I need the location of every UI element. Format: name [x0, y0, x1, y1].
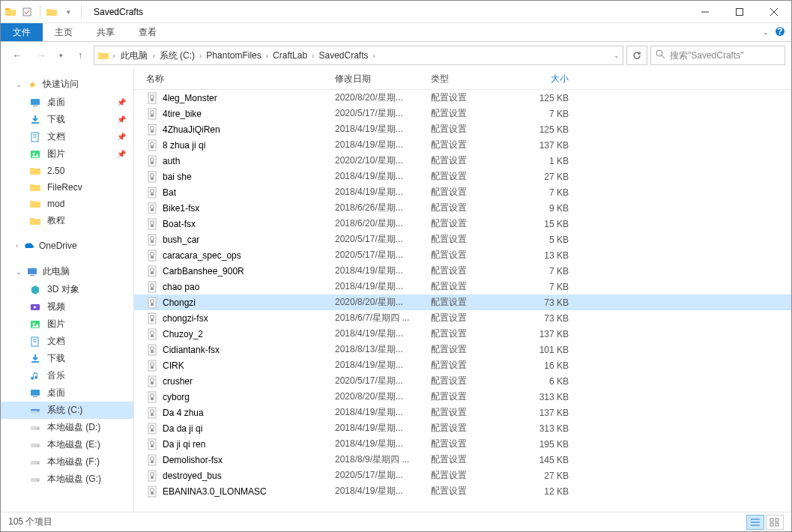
- file-row[interactable]: Chongzi2020/8/20/星期...配置设置73 KB: [134, 294, 791, 310]
- svg-rect-56: [151, 178, 154, 180]
- ribbon-tab-view[interactable]: 查看: [127, 23, 169, 41]
- back-button[interactable]: ←: [7, 46, 28, 65]
- file-row[interactable]: Da da ji qi2018/4/19/星期...配置设置313 KB: [134, 420, 791, 436]
- sidebar-item[interactable]: 下载: [1, 350, 133, 367]
- file-date: 2018/4/19/星期...: [329, 327, 425, 340]
- col-date[interactable]: 修改日期: [329, 73, 425, 85]
- file-row[interactable]: Da 4 zhua2018/4/19/星期...配置设置137 KB: [134, 405, 791, 420]
- svg-point-21: [33, 322, 35, 324]
- file-row[interactable]: bai she2018/4/19/星期...配置设置27 KB: [134, 169, 791, 184]
- file-row[interactable]: bush_car2020/5/17/星期...配置设置5 KB: [134, 232, 791, 247]
- up-button[interactable]: ↑: [70, 46, 91, 65]
- file-row[interactable]: crusher2020/5/17/星期...配置设置6 KB: [134, 373, 791, 389]
- col-size[interactable]: 大小: [507, 73, 575, 85]
- file-name: 4ZhuaJiQiRen: [163, 124, 220, 135]
- close-button[interactable]: [757, 1, 791, 23]
- sidebar-item[interactable]: 教程: [1, 212, 133, 229]
- svg-rect-27: [33, 396, 37, 397]
- breadcrumb-segment[interactable]: 系统 (C:): [157, 48, 198, 64]
- file-list[interactable]: 4leg_Monster2020/8/20/星期...配置设置125 KB4ti…: [134, 90, 791, 512]
- sidebar-item[interactable]: 3D 对象: [1, 281, 133, 298]
- qat-dropdown-icon[interactable]: ▾: [60, 4, 76, 20]
- sidebar-item[interactable]: 桌面: [1, 384, 133, 402]
- ribbon-tab-share[interactable]: 共享: [85, 23, 127, 41]
- maximize-button[interactable]: [722, 1, 757, 23]
- file-size: 125 KB: [507, 93, 575, 103]
- sidebar-item[interactable]: 系统 (C:): [1, 402, 133, 419]
- col-name[interactable]: 名称: [140, 73, 329, 85]
- breadcrumb-segment[interactable]: PhantomFiles: [203, 49, 264, 62]
- file-row[interactable]: 8 zhua ji qi2018/4/19/星期...配置设置137 KB: [134, 137, 791, 153]
- sidebar-item[interactable]: 本地磁盘 (F:): [1, 453, 133, 471]
- col-type[interactable]: 类型: [425, 73, 507, 85]
- file-row[interactable]: chao pao2018/4/19/星期...配置设置7 KB: [134, 279, 791, 294]
- forward-button[interactable]: →: [31, 46, 52, 65]
- file-row[interactable]: Da ji qi ren2018/4/19/星期...配置设置195 KB: [134, 436, 791, 452]
- sidebar-item[interactable]: 文档📌: [1, 128, 133, 145]
- qat-props-icon[interactable]: [19, 4, 35, 20]
- file-row[interactable]: Cidiantank-fsx2018/8/13/星期...配置设置101 KB: [134, 342, 791, 357]
- file-row[interactable]: auth2020/2/10/星期...配置设置1 KB: [134, 153, 791, 169]
- help-icon[interactable]: ?: [775, 26, 785, 39]
- navigation-row: ← → ▾ ↑ › 此电脑›系统 (C:)›PhantomFiles›Craft…: [1, 42, 791, 69]
- address-bar[interactable]: › 此电脑›系统 (C:)›PhantomFiles›CraftLab›Save…: [94, 46, 623, 65]
- svg-rect-9: [31, 99, 40, 105]
- sidebar-item[interactable]: 2.50: [1, 163, 133, 179]
- sidebar-item[interactable]: 桌面📌: [1, 94, 133, 111]
- sidebar-item[interactable]: 本地磁盘 (E:): [1, 436, 133, 453]
- sidebar-item[interactable]: 下载📌: [1, 111, 133, 128]
- file-row[interactable]: Demolishor-fsx2018/8/9/星期四 ...配置设置145 KB: [134, 452, 791, 468]
- sidebar-item[interactable]: 本地磁盘 (G:): [1, 471, 133, 488]
- ribbon-tab-home[interactable]: 主页: [43, 23, 85, 41]
- file-row[interactable]: cyborg2020/8/20/星期...配置设置313 KB: [134, 389, 791, 405]
- file-row[interactable]: EBANINA3.0_ILONMASC2018/4/19/星期...配置设置12…: [134, 483, 791, 499]
- file-row[interactable]: Bike1-fsx2018/6/26/星期...配置设置9 KB: [134, 200, 791, 216]
- sidebar-item[interactable]: FileRecv: [1, 179, 133, 196]
- folder-icon: [29, 215, 41, 227]
- details-view-button[interactable]: [746, 515, 764, 530]
- nav-onedrive[interactable]: › OneDrive: [1, 237, 133, 255]
- nav-quick-access[interactable]: ⌄ ★ 快速访问: [1, 75, 133, 94]
- file-row[interactable]: 4leg_Monster2020/8/20/星期...配置设置125 KB: [134, 90, 791, 106]
- refresh-button[interactable]: [626, 46, 647, 65]
- file-row[interactable]: destroyed_bus2020/5/17/星期...配置设置27 KB: [134, 468, 791, 483]
- drive2-icon: [29, 456, 41, 468]
- file-row[interactable]: 4tire_bike2020/5/17/星期...配置设置7 KB: [134, 106, 791, 121]
- file-row[interactable]: chongzi-fsx2018/6/7/星期四 ...配置设置73 KB: [134, 310, 791, 326]
- sidebar-item[interactable]: 文档: [1, 333, 133, 350]
- file-type: 配置设置: [425, 422, 507, 435]
- file-row[interactable]: CarbBanshee_900R2018/4/19/星期...配置设置7 KB: [134, 263, 791, 279]
- minimize-button[interactable]: [688, 1, 722, 23]
- file-name: 4tire_bike: [163, 109, 202, 119]
- sidebar-item[interactable]: 图片: [1, 315, 133, 333]
- ribbon-expand-icon[interactable]: ⌄: [763, 28, 769, 36]
- file-name: Bat: [163, 187, 176, 198]
- file-row[interactable]: Bat2018/4/19/星期...配置设置7 KB: [134, 184, 791, 200]
- file-row[interactable]: caracara_spec_ops2020/5/17/星期...配置设置13 K…: [134, 247, 791, 263]
- navigation-pane: ⌄ ★ 快速访问 桌面📌下载📌文档📌图片📌2.50FileRecvmod教程 ›…: [1, 69, 134, 512]
- svg-rect-17: [28, 268, 37, 274]
- folder-icon: [29, 165, 41, 177]
- file-row[interactable]: Boat-fsx2018/6/20/星期...配置设置15 KB: [134, 216, 791, 232]
- file-date: 2018/4/19/星期...: [329, 123, 425, 136]
- search-input[interactable]: 搜索"SavedCrafts": [650, 46, 785, 65]
- breadcrumb-segment[interactable]: SavedCrafts: [315, 49, 371, 62]
- breadcrumb-segment[interactable]: 此电脑: [118, 48, 151, 64]
- file-name: CarbBanshee_900R: [163, 266, 244, 276]
- file-row[interactable]: Chuzoy_22018/4/19/星期...配置设置137 KB: [134, 326, 791, 342]
- nav-this-pc[interactable]: ⌄ 此电脑: [1, 262, 133, 281]
- sidebar-item[interactable]: mod: [1, 196, 133, 212]
- sidebar-item[interactable]: 视频: [1, 298, 133, 315]
- sidebar-item[interactable]: 图片📌: [1, 145, 133, 163]
- addr-dropdown-icon[interactable]: ⌄: [614, 52, 620, 59]
- file-size: 16 KB: [507, 360, 575, 371]
- file-row[interactable]: 4ZhuaJiQiRen2018/4/19/星期...配置设置125 KB: [134, 121, 791, 137]
- sidebar-item[interactable]: 音乐: [1, 367, 133, 384]
- sidebar-item[interactable]: 本地磁盘 (D:): [1, 419, 133, 436]
- recent-dropdown[interactable]: ▾: [55, 46, 67, 65]
- icons-view-button[interactable]: [766, 515, 784, 530]
- ribbon-file-tab[interactable]: 文件: [1, 23, 43, 41]
- file-row[interactable]: CIRK2018/4/19/星期...配置设置16 KB: [134, 357, 791, 373]
- breadcrumb-segment[interactable]: CraftLab: [270, 49, 310, 62]
- file-type: 配置设置: [425, 217, 507, 230]
